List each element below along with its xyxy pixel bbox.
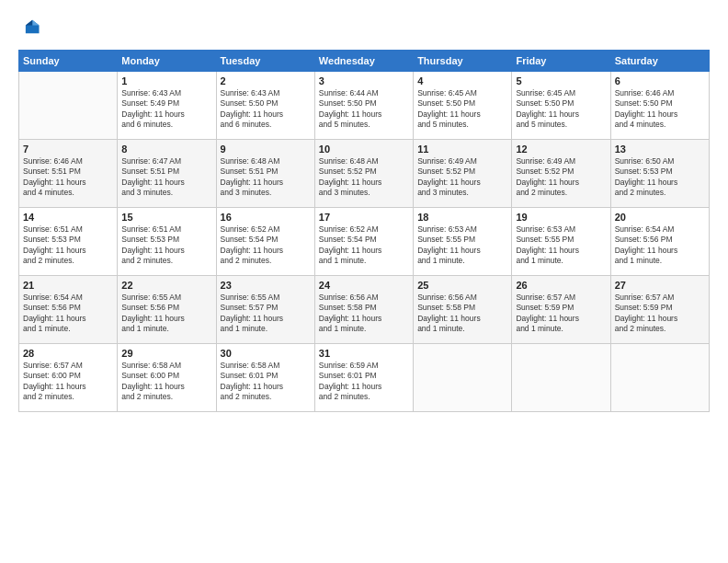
- calendar-cell: 13Sunrise: 6:50 AM Sunset: 5:53 PM Dayli…: [610, 140, 709, 208]
- day-number: 23: [221, 280, 311, 291]
- calendar-cell: 30Sunrise: 6:58 AM Sunset: 6:01 PM Dayli…: [216, 344, 314, 412]
- day-number: 18: [417, 212, 507, 223]
- calendar-cell: 2Sunrise: 6:43 AM Sunset: 5:50 PM Daylig…: [216, 72, 314, 140]
- day-number: 13: [615, 144, 705, 155]
- logo: [18, 17, 42, 40]
- calendar-week-row: 1Sunrise: 6:43 AM Sunset: 5:49 PM Daylig…: [19, 72, 710, 140]
- day-detail: Sunrise: 6:47 AM Sunset: 5:51 PM Dayligh…: [121, 156, 211, 199]
- day-number: 4: [417, 75, 507, 86]
- weekday-friday: Friday: [512, 51, 610, 72]
- svg-marker-1: [32, 20, 39, 26]
- calendar-cell: 25Sunrise: 6:56 AM Sunset: 5:58 PM Dayli…: [414, 276, 512, 344]
- day-detail: Sunrise: 6:53 AM Sunset: 5:55 PM Dayligh…: [516, 224, 606, 267]
- day-detail: Sunrise: 6:46 AM Sunset: 5:50 PM Dayligh…: [615, 88, 705, 131]
- calendar-cell: 27Sunrise: 6:57 AM Sunset: 5:59 PM Dayli…: [610, 276, 709, 344]
- day-number: 31: [319, 348, 409, 359]
- day-detail: Sunrise: 6:43 AM Sunset: 5:50 PM Dayligh…: [221, 88, 311, 131]
- calendar-cell: [512, 344, 610, 412]
- day-number: 10: [319, 144, 409, 155]
- day-detail: Sunrise: 6:52 AM Sunset: 5:54 PM Dayligh…: [221, 224, 311, 267]
- weekday-header-row: SundayMondayTuesdayWednesdayThursdayFrid…: [19, 51, 710, 72]
- calendar-cell: 1Sunrise: 6:43 AM Sunset: 5:49 PM Daylig…: [118, 72, 216, 140]
- day-detail: Sunrise: 6:57 AM Sunset: 6:00 PM Dayligh…: [23, 361, 113, 403]
- day-detail: Sunrise: 6:55 AM Sunset: 5:56 PM Dayligh…: [121, 293, 211, 335]
- day-detail: Sunrise: 6:57 AM Sunset: 5:59 PM Dayligh…: [516, 293, 606, 335]
- calendar-cell: 17Sunrise: 6:52 AM Sunset: 5:54 PM Dayli…: [314, 208, 413, 276]
- calendar-cell: 6Sunrise: 6:46 AM Sunset: 5:50 PM Daylig…: [610, 72, 709, 140]
- calendar-cell: [610, 344, 709, 412]
- weekday-wednesday: Wednesday: [314, 51, 413, 72]
- day-detail: Sunrise: 6:56 AM Sunset: 5:58 PM Dayligh…: [319, 293, 409, 335]
- day-number: 28: [23, 348, 113, 359]
- day-detail: Sunrise: 6:46 AM Sunset: 5:51 PM Dayligh…: [23, 156, 113, 199]
- day-number: 6: [615, 75, 705, 86]
- weekday-tuesday: Tuesday: [216, 51, 314, 72]
- calendar-cell: [414, 344, 512, 412]
- day-detail: Sunrise: 6:54 AM Sunset: 5:56 PM Dayligh…: [23, 293, 113, 335]
- day-detail: Sunrise: 6:45 AM Sunset: 5:50 PM Dayligh…: [417, 88, 507, 131]
- day-number: 30: [221, 348, 311, 359]
- calendar-cell: 22Sunrise: 6:55 AM Sunset: 5:56 PM Dayli…: [118, 276, 216, 344]
- day-number: 25: [417, 280, 507, 291]
- calendar-cell: 26Sunrise: 6:57 AM Sunset: 5:59 PM Dayli…: [512, 276, 610, 344]
- day-number: 16: [221, 212, 311, 223]
- calendar-cell: 8Sunrise: 6:47 AM Sunset: 5:51 PM Daylig…: [118, 140, 216, 208]
- day-detail: Sunrise: 6:58 AM Sunset: 6:00 PM Dayligh…: [121, 361, 211, 403]
- logo-icon: [20, 17, 40, 37]
- day-number: 21: [23, 280, 113, 291]
- day-number: 11: [417, 144, 507, 155]
- weekday-sunday: Sunday: [19, 51, 118, 72]
- day-number: 8: [121, 144, 211, 155]
- day-number: 15: [121, 212, 211, 223]
- calendar-cell: 3Sunrise: 6:44 AM Sunset: 5:50 PM Daylig…: [314, 72, 413, 140]
- day-detail: Sunrise: 6:59 AM Sunset: 6:01 PM Dayligh…: [319, 361, 409, 403]
- day-detail: Sunrise: 6:49 AM Sunset: 5:52 PM Dayligh…: [417, 156, 507, 199]
- day-number: 29: [121, 348, 211, 359]
- weekday-saturday: Saturday: [610, 51, 709, 72]
- calendar-cell: 4Sunrise: 6:45 AM Sunset: 5:50 PM Daylig…: [414, 72, 512, 140]
- day-detail: Sunrise: 6:55 AM Sunset: 5:57 PM Dayligh…: [221, 293, 311, 335]
- day-detail: Sunrise: 6:49 AM Sunset: 5:52 PM Dayligh…: [516, 156, 606, 199]
- day-number: 12: [516, 144, 606, 155]
- weekday-monday: Monday: [118, 51, 216, 72]
- calendar-cell: 12Sunrise: 6:49 AM Sunset: 5:52 PM Dayli…: [512, 140, 610, 208]
- day-detail: Sunrise: 6:50 AM Sunset: 5:53 PM Dayligh…: [615, 156, 705, 199]
- day-number: 7: [23, 144, 113, 155]
- calendar-table: SundayMondayTuesdayWednesdayThursdayFrid…: [18, 50, 710, 412]
- day-detail: Sunrise: 6:58 AM Sunset: 6:01 PM Dayligh…: [221, 361, 311, 403]
- day-detail: Sunrise: 6:51 AM Sunset: 5:53 PM Dayligh…: [121, 224, 211, 267]
- day-number: 19: [516, 212, 606, 223]
- day-number: 26: [516, 280, 606, 291]
- calendar-cell: 7Sunrise: 6:46 AM Sunset: 5:51 PM Daylig…: [19, 140, 118, 208]
- calendar-week-row: 7Sunrise: 6:46 AM Sunset: 5:51 PM Daylig…: [19, 140, 710, 208]
- day-number: 9: [221, 144, 311, 155]
- calendar-cell: 20Sunrise: 6:54 AM Sunset: 5:56 PM Dayli…: [610, 208, 709, 276]
- calendar-cell: 9Sunrise: 6:48 AM Sunset: 5:51 PM Daylig…: [216, 140, 314, 208]
- calendar-week-row: 28Sunrise: 6:57 AM Sunset: 6:00 PM Dayli…: [19, 344, 710, 412]
- weekday-thursday: Thursday: [414, 51, 512, 72]
- page: SundayMondayTuesdayWednesdayThursdayFrid…: [0, 0, 728, 563]
- day-number: 17: [319, 212, 409, 223]
- day-number: 24: [319, 280, 409, 291]
- day-detail: Sunrise: 6:52 AM Sunset: 5:54 PM Dayligh…: [319, 224, 409, 267]
- day-number: 3: [319, 75, 409, 86]
- calendar-cell: 5Sunrise: 6:45 AM Sunset: 5:50 PM Daylig…: [512, 72, 610, 140]
- calendar-cell: 18Sunrise: 6:53 AM Sunset: 5:55 PM Dayli…: [414, 208, 512, 276]
- calendar-cell: 16Sunrise: 6:52 AM Sunset: 5:54 PM Dayli…: [216, 208, 314, 276]
- calendar-body: 1Sunrise: 6:43 AM Sunset: 5:49 PM Daylig…: [19, 72, 710, 412]
- calendar-week-row: 21Sunrise: 6:54 AM Sunset: 5:56 PM Dayli…: [19, 276, 710, 344]
- calendar-cell: 29Sunrise: 6:58 AM Sunset: 6:00 PM Dayli…: [118, 344, 216, 412]
- day-number: 5: [516, 75, 606, 86]
- day-detail: Sunrise: 6:51 AM Sunset: 5:53 PM Dayligh…: [23, 224, 113, 267]
- day-number: 1: [121, 75, 211, 86]
- day-detail: Sunrise: 6:44 AM Sunset: 5:50 PM Dayligh…: [319, 88, 409, 131]
- calendar-header: SundayMondayTuesdayWednesdayThursdayFrid…: [19, 51, 710, 72]
- day-detail: Sunrise: 6:53 AM Sunset: 5:55 PM Dayligh…: [417, 224, 507, 267]
- day-detail: Sunrise: 6:54 AM Sunset: 5:56 PM Dayligh…: [615, 224, 705, 267]
- calendar-cell: [19, 72, 118, 140]
- day-number: 22: [121, 280, 211, 291]
- calendar-cell: 31Sunrise: 6:59 AM Sunset: 6:01 PM Dayli…: [314, 344, 413, 412]
- calendar-cell: 10Sunrise: 6:48 AM Sunset: 5:52 PM Dayli…: [314, 140, 413, 208]
- day-number: 27: [615, 280, 705, 291]
- calendar-cell: 14Sunrise: 6:51 AM Sunset: 5:53 PM Dayli…: [19, 208, 118, 276]
